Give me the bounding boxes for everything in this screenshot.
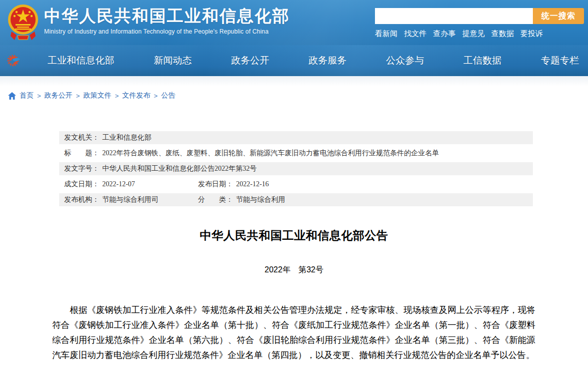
meta-row-4: 发布机构：节能与综合利用司分 类：节能与综合利用 bbox=[59, 193, 533, 206]
search-button[interactable]: 统一搜索 bbox=[533, 8, 584, 24]
header-fade-band bbox=[0, 76, 588, 86]
document-meta-table: 发文机关：工业和信息化部标 题：2022年符合废钢铁、废纸、废塑料、废旧轮胎、新… bbox=[59, 131, 533, 209]
quick-links: 看新闻找文件查办事提意见查数据要投诉 bbox=[375, 29, 543, 39]
meta-cell: 成文日期：2022-12-07 bbox=[64, 178, 198, 191]
meta-label: 成文日期： bbox=[64, 178, 99, 191]
article-title: 中华人民共和国工业和信息化部公告 bbox=[0, 228, 588, 243]
meta-value: 节能与综合利用司 bbox=[102, 193, 158, 206]
quick-link-2[interactable]: 查办事 bbox=[433, 29, 456, 39]
breadcrumb-item-4[interactable]: 公告 bbox=[161, 91, 175, 100]
meta-value: 节能与综合利用 bbox=[236, 193, 285, 206]
breadcrumb-separator: > bbox=[115, 92, 119, 100]
page: 中华人民共和国工业和信息化部 Ministry of Industry and … bbox=[0, 0, 588, 372]
meta-row-0: 发文机关：工业和信息化部 bbox=[59, 131, 533, 144]
breadcrumb-separator: > bbox=[154, 92, 158, 100]
breadcrumb: 首页>政务公开>政策文件>文件发布>公告 bbox=[8, 91, 175, 100]
nav-item-3[interactable]: 政务服务 bbox=[309, 54, 347, 67]
miit-logo-icon bbox=[6, 53, 21, 68]
article-issue-number: 2022年 第32号 bbox=[0, 265, 588, 275]
breadcrumb-separator: > bbox=[37, 92, 41, 100]
meta-cell: 发文字号：中华人民共和国工业和信息化部公告2022年第32号 bbox=[64, 162, 257, 175]
meta-value: 2022-12-07 bbox=[102, 178, 135, 191]
quick-link-5[interactable]: 要投诉 bbox=[520, 29, 543, 39]
meta-row-2: 发文字号：中华人民共和国工业和信息化部公告2022年第32号 bbox=[59, 162, 533, 175]
meta-value: 2022-12-16 bbox=[236, 178, 269, 191]
search-input[interactable] bbox=[375, 8, 533, 24]
nav-item-5[interactable]: 工信数据 bbox=[464, 54, 502, 67]
nav-item-0[interactable]: 工业和信息化部 bbox=[48, 54, 114, 67]
meta-label: 发文字号： bbox=[64, 162, 99, 175]
nav-item-1[interactable]: 新闻动态 bbox=[154, 54, 192, 67]
site-header: 中华人民共和国工业和信息化部 Ministry of Industry and … bbox=[0, 0, 588, 45]
meta-cell: 发布机构：节能与综合利用司 bbox=[64, 193, 198, 206]
meta-label: 发文机关： bbox=[64, 131, 99, 144]
home-icon bbox=[8, 92, 16, 100]
nav-item-2[interactable]: 政务公开 bbox=[231, 54, 269, 67]
national-emblem-icon bbox=[8, 3, 39, 41]
search-box: 统一搜索 bbox=[375, 8, 584, 24]
meta-label: 标 题： bbox=[64, 147, 99, 160]
quick-link-3[interactable]: 提意见 bbox=[462, 29, 485, 39]
article-paragraph: 根据《废钢铁加工行业准入条件》等规范条件及相关公告管理办法规定，经专家审核、现场… bbox=[52, 302, 535, 362]
meta-cell: 发布日期：2022-12-16 bbox=[198, 178, 269, 191]
meta-value: 2022年符合废钢铁、废纸、废塑料、废旧轮胎、新能源汽车废旧动力蓄电池综合利用行… bbox=[102, 147, 439, 160]
meta-row-1: 标 题：2022年符合废钢铁、废纸、废塑料、废旧轮胎、新能源汽车废旧动力蓄电池综… bbox=[59, 147, 533, 160]
meta-cell: 标 题：2022年符合废钢铁、废纸、废塑料、废旧轮胎、新能源汽车废旧动力蓄电池综… bbox=[64, 147, 439, 160]
meta-label: 分 类： bbox=[198, 193, 233, 206]
nav-item-4[interactable]: 公众参与 bbox=[386, 54, 424, 67]
site-subtitle: Ministry of Industry and Information Tec… bbox=[44, 28, 290, 35]
breadcrumb-separator: > bbox=[76, 92, 80, 100]
breadcrumb-item-3[interactable]: 文件发布 bbox=[122, 91, 150, 100]
meta-value: 工业和信息化部 bbox=[102, 131, 151, 144]
site-title: 中华人民共和国工业和信息化部 bbox=[44, 7, 290, 26]
breadcrumb-item-2[interactable]: 政策文件 bbox=[83, 91, 111, 100]
quick-link-4[interactable]: 查数据 bbox=[491, 29, 514, 39]
quick-link-1[interactable]: 找文件 bbox=[404, 29, 427, 39]
meta-label: 发布机构： bbox=[64, 193, 99, 206]
site-title-block: 中华人民共和国工业和信息化部 Ministry of Industry and … bbox=[44, 7, 290, 35]
breadcrumb-item-1[interactable]: 政务公开 bbox=[45, 91, 73, 100]
quick-link-0[interactable]: 看新闻 bbox=[375, 29, 398, 39]
meta-cell: 发文机关：工业和信息化部 bbox=[64, 131, 151, 144]
breadcrumb-item-0[interactable]: 首页 bbox=[20, 91, 34, 100]
main-nav-bar: 工业和信息化部新闻动态政务公开政务服务公众参与工信数据专题专栏 bbox=[0, 45, 588, 76]
nav-item-6[interactable]: 专题专栏 bbox=[541, 54, 579, 67]
meta-cell: 分 类：节能与综合利用 bbox=[198, 193, 285, 206]
meta-label: 发布日期： bbox=[198, 178, 233, 191]
meta-value: 中华人民共和国工业和信息化部公告2022年第32号 bbox=[102, 162, 257, 175]
main-nav: 工业和信息化部新闻动态政务公开政务服务公众参与工信数据专题专栏 bbox=[48, 45, 579, 76]
meta-row-3: 成文日期：2022-12-07发布日期：2022-12-16 bbox=[59, 178, 533, 191]
